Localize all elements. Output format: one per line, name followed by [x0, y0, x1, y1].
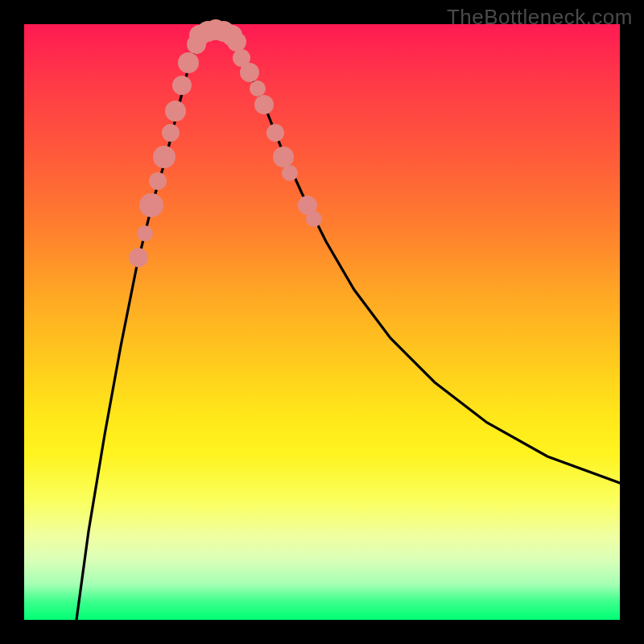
apex-blob-5 — [227, 32, 246, 52]
bottleneck-curve — [76, 31, 620, 620]
marker-right-1 — [240, 63, 259, 82]
marker-left-4 — [153, 146, 175, 168]
markers-left-branch — [129, 35, 206, 267]
marker-left-7 — [172, 76, 192, 95]
markers-right-branch — [233, 49, 322, 227]
marker-left-3 — [149, 172, 167, 190]
marker-right-6 — [282, 165, 298, 181]
marker-left-0 — [129, 248, 148, 267]
chart-svg — [24, 24, 620, 620]
marker-left-5 — [162, 124, 180, 142]
marker-right-5 — [273, 147, 294, 167]
marker-left-1 — [137, 225, 153, 242]
plot-area — [24, 24, 620, 620]
marker-right-8 — [306, 211, 322, 227]
marker-right-3 — [254, 95, 274, 114]
marker-left-2 — [139, 193, 163, 217]
watermark-text: TheBottleneck.com — [447, 5, 633, 30]
marker-left-6 — [165, 101, 186, 122]
chart-frame: TheBottleneck.com — [0, 0, 644, 644]
marker-left-8 — [178, 52, 199, 73]
marker-right-4 — [266, 124, 284, 142]
marker-right-2 — [250, 80, 266, 97]
